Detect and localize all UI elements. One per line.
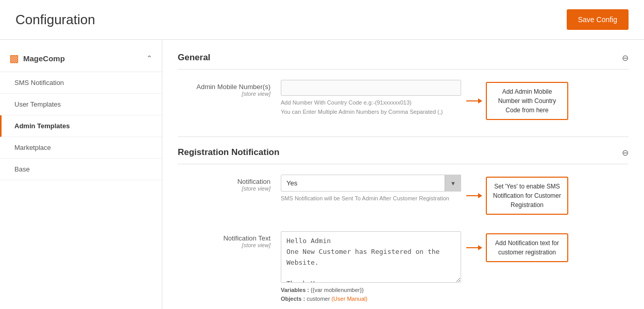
page-header: Configuration Save Config	[0, 0, 644, 40]
notification-text-field-with-annotation: Hello Admin One New Customer has Registe…	[281, 231, 629, 302]
sidebar: ▩ MageComp ⌃ SMS Notification User Templ…	[0, 40, 162, 309]
notification-text-arrow	[466, 247, 482, 248]
chevron-up-icon: ⌃	[146, 54, 152, 62]
registration-section-title: Registration Notification	[178, 147, 279, 158]
admin-mobile-label: Admin Mobile Number(s)	[196, 83, 270, 91]
registration-section-header: Registration Notification ⊖	[178, 147, 629, 164]
admin-mobile-field-with-annotation: Add Number With Country Code e.g:-(91xxx…	[281, 80, 629, 120]
notification-text-textarea[interactable]: Hello Admin One New Customer has Registe…	[281, 231, 461, 283]
variables-label: Variables :	[281, 287, 309, 293]
admin-mobile-field-col: Add Number With Country Code e.g:-(91xxx…	[281, 80, 629, 120]
objects-label: Objects :	[281, 296, 305, 302]
magecomp-icon: ▩	[9, 52, 19, 64]
section-divider	[178, 136, 629, 137]
sidebar-item-sms-notification[interactable]: SMS Notification	[0, 72, 162, 94]
sidebar-item-base[interactable]: Base	[0, 159, 162, 180]
admin-mobile-input-wrapper: Add Number With Country Code e.g:-(91xxx…	[281, 80, 461, 116]
sidebar-link-admin-templates[interactable]: Admin Templates	[2, 115, 162, 136]
admin-mobile-row: Admin Mobile Number(s) [store view] Add …	[178, 80, 629, 125]
general-section-header: General ⊖	[178, 53, 629, 70]
general-section-title: General	[178, 53, 210, 63]
sidebar-link-marketplace[interactable]: Marketplace	[0, 137, 162, 158]
notification-text-field-col: Hello Admin One New Customer has Registe…	[281, 231, 629, 302]
registration-collapse-icon[interactable]: ⊖	[622, 148, 629, 158]
notification-store-view: [store view]	[178, 185, 270, 192]
admin-mobile-hint-line1: Add Number With Country Code e.g:-(91xxx…	[281, 99, 412, 106]
save-config-button[interactable]: Save Config	[567, 9, 629, 30]
admin-mobile-label-col: Admin Mobile Number(s) [store view]	[178, 80, 281, 97]
sidebar-item-user-templates[interactable]: User Templates	[0, 94, 162, 115]
objects-value: customer	[307, 296, 330, 302]
notification-text-row: Notification Text [store view] Hello Adm…	[178, 231, 629, 307]
notification-text-label: Notification Text	[223, 234, 270, 242]
sidebar-link-base[interactable]: Base	[0, 159, 162, 180]
sidebar-link-user-templates[interactable]: User Templates	[0, 94, 162, 115]
notification-field-col: Yes No ▼ SMS Notification will be Sent T…	[281, 175, 629, 215]
sidebar-link-sms-notification[interactable]: SMS Notification	[0, 72, 162, 93]
general-collapse-icon[interactable]: ⊖	[622, 53, 629, 63]
notification-field-with-annotation: Yes No ▼ SMS Notification will be Sent T…	[281, 175, 629, 215]
notification-text-input-wrapper: Hello Admin One New Customer has Registe…	[281, 231, 461, 302]
notification-text-annotation-box: Add Notification text for customer regis…	[486, 233, 568, 262]
user-manual-link[interactable]: (User Manual)	[331, 296, 367, 302]
brand-name: MageComp	[23, 54, 65, 63]
notification-label: Notification	[238, 178, 270, 185]
sidebar-nav: SMS Notification User Templates Admin Te…	[0, 72, 162, 180]
admin-mobile-hint-line2: You can Enter Multiple Admin Numbers by …	[281, 109, 443, 115]
notification-hint: SMS Notification will be Sent To Admin A…	[281, 194, 461, 203]
general-section: General ⊖ Admin Mobile Number(s) [store …	[178, 53, 629, 125]
notification-annotation-wrapper: Set 'Yes' to enable SMS Notification for…	[466, 177, 568, 215]
admin-mobile-arrow	[466, 100, 482, 101]
admin-mobile-input[interactable]	[281, 80, 461, 96]
notification-annotation-box: Set 'Yes' to enable SMS Notification for…	[486, 177, 568, 215]
notification-text-store-view: [store view]	[178, 242, 270, 248]
admin-mobile-store-view: [store view]	[178, 91, 270, 97]
notification-row: Notification [store view] Yes No	[178, 175, 629, 220]
sidebar-item-admin-templates[interactable]: Admin Templates	[0, 115, 162, 137]
notification-text-label-col: Notification Text [store view]	[178, 231, 281, 248]
registration-notification-section: Registration Notification ⊖ Notification…	[178, 147, 629, 307]
notification-select-wrapper-outer: Yes No ▼ SMS Notification will be Sent T…	[281, 175, 461, 203]
notification-select-wrapper: Yes No ▼	[281, 175, 461, 192]
admin-mobile-annotation-box: Add Admin Mobile Number with Country Cod…	[486, 82, 568, 120]
admin-mobile-hint: Add Number With Country Code e.g:-(91xxx…	[281, 98, 461, 116]
notification-select[interactable]: Yes No	[281, 175, 461, 192]
variables-value: {{var mobilenumber}}	[311, 287, 364, 293]
main-layout: ▩ MageComp ⌃ SMS Notification User Templ…	[0, 40, 644, 309]
sidebar-brand-inner: ▩ MageComp	[9, 52, 65, 64]
notification-label-col: Notification [store view]	[178, 175, 281, 192]
page-title: Configuration	[15, 12, 95, 28]
sidebar-item-marketplace[interactable]: Marketplace	[0, 137, 162, 159]
content-area: General ⊖ Admin Mobile Number(s) [store …	[162, 40, 644, 309]
admin-mobile-annotation-wrapper: Add Admin Mobile Number with Country Cod…	[466, 82, 568, 120]
notification-text-annotation-wrapper: Add Notification text for customer regis…	[466, 233, 568, 262]
page-wrapper: Configuration Save Config ▩ MageComp ⌃ S…	[0, 0, 644, 309]
variables-text: Variables : {{var mobilenumber}}	[281, 287, 461, 293]
objects-text: Objects : customer (User Manual)	[281, 296, 461, 302]
notification-arrow	[466, 195, 482, 196]
sidebar-brand[interactable]: ▩ MageComp ⌃	[0, 45, 162, 72]
